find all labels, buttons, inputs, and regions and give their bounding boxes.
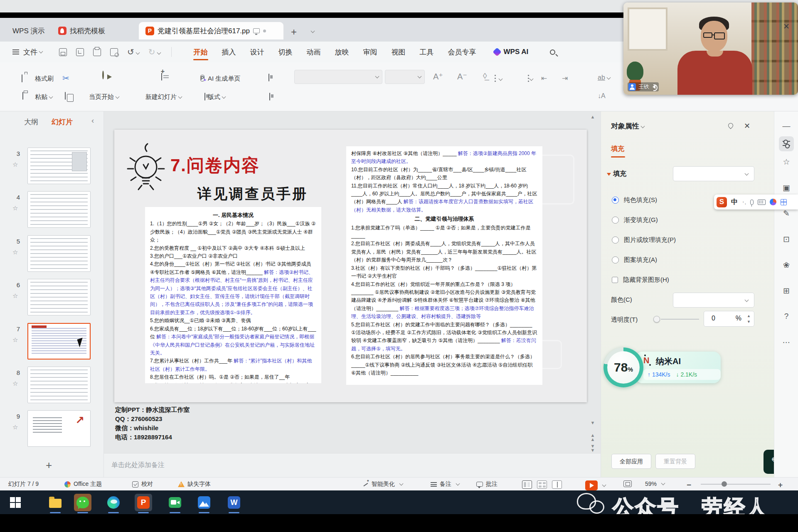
- zoom-slider-knob[interactable]: [722, 481, 727, 487]
- menu-item[interactable]: 工具: [413, 43, 441, 61]
- menu-item[interactable]: 开始: [187, 43, 215, 61]
- slide-thumbnail[interactable]: [27, 279, 91, 315]
- scroll-up-icon[interactable]: ▲: [589, 115, 596, 119]
- ime-mic-icon[interactable]: [750, 200, 754, 205]
- redo-chevron-icon[interactable]: [157, 50, 161, 54]
- format-painter-icon[interactable]: [22, 74, 22, 82]
- menu-item[interactable]: 审阅: [356, 43, 384, 61]
- ime-skin-icon[interactable]: [770, 199, 776, 205]
- format-painter-label[interactable]: 格式刷: [35, 75, 54, 83]
- increase-indent-icon[interactable]: ⇥: [562, 74, 568, 83]
- font-name-select[interactable]: [294, 70, 382, 84]
- transparency-slider-knob[interactable]: [653, 316, 660, 323]
- clear-format-icon[interactable]: ◊̲: [483, 71, 487, 81]
- zoom-level[interactable]: 59%: [645, 480, 665, 487]
- star-icon[interactable]: ☆: [12, 380, 18, 387]
- taskbar-file-explorer[interactable]: [47, 494, 64, 511]
- proofing-button[interactable]: 校对: [132, 480, 153, 488]
- tab-document[interactable]: P 党建引领基层社会治理617.pp: [139, 22, 283, 39]
- comments-button[interactable]: 批注: [476, 480, 498, 488]
- slide-thumbnail[interactable]: [27, 410, 91, 447]
- fill-option[interactable]: 渐变填充(G): [612, 216, 658, 224]
- print-icon[interactable]: [93, 48, 101, 56]
- increase-font-icon[interactable]: A⁺: [433, 71, 443, 81]
- navigate-icon[interactable]: ⊞: [774, 286, 798, 296]
- color-dropdown[interactable]: [673, 293, 754, 308]
- scroll-down-icon[interactable]: ▼: [589, 421, 596, 425]
- paste-label[interactable]: 粘贴: [35, 93, 52, 101]
- menu-item[interactable]: 视图: [384, 43, 413, 61]
- star-icon[interactable]: ☆: [12, 161, 18, 168]
- tab-docer-templates[interactable]: 找稻壳模板: [52, 22, 112, 39]
- new-slide-icon[interactable]: [161, 73, 162, 81]
- menu-item[interactable]: 切换: [271, 43, 300, 61]
- close-panel-icon[interactable]: ✕: [744, 121, 750, 131]
- number-chevron-icon[interactable]: [530, 77, 534, 81]
- undo-chevron-icon[interactable]: [135, 50, 140, 54]
- transparency-spinner[interactable]: 0 % ▲▼: [704, 311, 754, 327]
- save-icon[interactable]: [59, 48, 67, 56]
- slide-subtitle[interactable]: 详见调查员手册: [163, 185, 342, 204]
- help-icon[interactable]: ?: [774, 312, 798, 321]
- slide-thumbnail[interactable]: [27, 367, 91, 403]
- menu-item[interactable]: 会员专享: [441, 43, 483, 61]
- ime-toolbox-icon[interactable]: [781, 199, 787, 205]
- smart-beautify-button[interactable]: 智能美化: [362, 480, 403, 488]
- ime-punctuation-icon[interactable]: ･,: [742, 199, 746, 205]
- collapse-panel-icon[interactable]: —: [774, 121, 798, 131]
- play-from-current-label[interactable]: 当页开始: [89, 93, 119, 101]
- slide-thumbnail[interactable]: [27, 235, 91, 272]
- taskbar-cloud-app[interactable]: [195, 494, 213, 511]
- apply-all-button[interactable]: 全部应用: [611, 454, 651, 469]
- slide-edit-icon[interactable]: [269, 93, 270, 101]
- menu-item[interactable]: 动画: [300, 43, 328, 61]
- menu-item[interactable]: 放映: [328, 43, 356, 61]
- nami-ai-widget[interactable]: 78% N 纳米AI ↑ 134K/s ↓ 2.1K/s: [603, 347, 725, 386]
- slide-thumbnail[interactable]: [27, 191, 91, 228]
- decrease-indent-icon[interactable]: ⇤: [541, 74, 547, 83]
- search-icon[interactable]: [550, 49, 555, 55]
- tab-wps-home[interactable]: WPS 演示: [6, 22, 51, 39]
- more-icon[interactable]: ⋯: [774, 337, 798, 347]
- character-spacing-icon[interactable]: ab: [598, 74, 610, 81]
- decrease-font-icon[interactable]: A⁻: [457, 71, 467, 81]
- beautify-wand-icon[interactable]: ✎: [774, 209, 798, 218]
- star-icon[interactable]: ☆: [12, 292, 18, 300]
- sogou-ime-icon[interactable]: S: [717, 197, 727, 207]
- start-button[interactable]: [7, 494, 24, 511]
- print-preview-icon[interactable]: [110, 48, 118, 56]
- spinner-arrows[interactable]: ▲▼: [747, 313, 751, 325]
- ime-toolbar[interactable]: S 中 ･,: [714, 195, 798, 209]
- text-direction-icon[interactable]: ↓A: [598, 92, 606, 100]
- notes-button[interactable]: 备注: [431, 480, 459, 488]
- slide[interactable]: 7.问卷内容 详见调查员手册 一. 居民基本情况1.（1）您的性别____①男 …: [114, 130, 587, 402]
- fill-option[interactable]: 纯色填充(S): [612, 196, 657, 204]
- ai-generate-label[interactable]: AI 生成单页: [208, 75, 240, 83]
- slide-thumbnail[interactable]: [27, 323, 91, 360]
- close-window-icon[interactable]: ✕: [783, 22, 790, 31]
- copy-icon[interactable]: [65, 92, 66, 100]
- hide-background-checkbox[interactable]: 隐藏背景图形(H): [612, 276, 669, 284]
- menu-item[interactable]: 插入: [215, 43, 243, 61]
- file-menu[interactable]: 文件: [23, 47, 37, 57]
- slideshow-button[interactable]: [585, 480, 606, 490]
- layout-icon[interactable]: [204, 93, 205, 101]
- hamburger-icon[interactable]: [12, 49, 19, 54]
- redo-icon[interactable]: ↻: [148, 47, 155, 57]
- reset-background-button[interactable]: 重置背景: [655, 454, 695, 469]
- question-textbox-left[interactable]: 一. 居民基本情况1.（1）您的性别____①男 ②女；（2）年龄___岁；（3…: [145, 207, 321, 383]
- paste-icon[interactable]: [22, 92, 23, 100]
- new-slide-label[interactable]: 新建幻灯片: [145, 93, 182, 101]
- ime-keyboard-icon[interactable]: [758, 200, 766, 205]
- font-size-select[interactable]: [385, 70, 425, 84]
- wps-ai-button[interactable]: WPS AI: [493, 48, 529, 56]
- fill-tab[interactable]: 填充: [611, 145, 624, 153]
- fill-option[interactable]: 图片或纹理填充(P): [612, 236, 676, 244]
- pin-icon[interactable]: [727, 122, 734, 129]
- taskbar-powerpoint[interactable]: P: [135, 494, 152, 511]
- design-icon[interactable]: ⊡: [774, 234, 798, 244]
- missing-font-button[interactable]: 缺失字体: [178, 480, 211, 488]
- play-from-current-icon[interactable]: [102, 71, 104, 79]
- slide-share-icon[interactable]: [268, 74, 269, 81]
- effects-icon[interactable]: ☆: [774, 157, 798, 167]
